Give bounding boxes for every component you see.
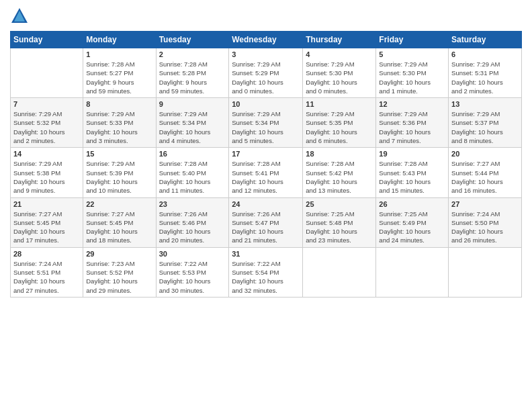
calendar-day-cell: 9Sunrise: 7:29 AM Sunset: 5:34 PM Daylig… xyxy=(156,98,229,148)
day-info: Sunrise: 7:28 AM Sunset: 5:41 PM Dayligh… xyxy=(232,159,300,195)
calendar-day-cell: 2Sunrise: 7:28 AM Sunset: 5:28 PM Daylig… xyxy=(156,48,229,98)
day-info: Sunrise: 7:28 AM Sunset: 5:40 PM Dayligh… xyxy=(159,159,226,195)
day-info: Sunrise: 7:29 AM Sunset: 5:34 PM Dayligh… xyxy=(232,109,300,145)
calendar-day-cell: 21Sunrise: 7:27 AM Sunset: 5:45 PM Dayli… xyxy=(11,197,83,247)
day-of-week-header: Tuesday xyxy=(156,32,229,48)
calendar-day-cell: 31Sunrise: 7:22 AM Sunset: 5:54 PM Dayli… xyxy=(229,247,303,297)
calendar-day-cell: 13Sunrise: 7:29 AM Sunset: 5:37 PM Dayli… xyxy=(449,98,522,148)
day-of-week-header: Thursday xyxy=(303,32,376,48)
day-number: 8 xyxy=(86,100,152,108)
day-number: 7 xyxy=(13,100,80,108)
logo xyxy=(10,7,30,26)
day-number: 22 xyxy=(86,200,152,208)
calendar-day-cell: 30Sunrise: 7:22 AM Sunset: 5:53 PM Dayli… xyxy=(156,247,229,297)
day-number: 6 xyxy=(451,50,519,58)
day-info: Sunrise: 7:22 AM Sunset: 5:53 PM Dayligh… xyxy=(159,259,226,295)
day-info: Sunrise: 7:29 AM Sunset: 5:34 PM Dayligh… xyxy=(159,109,226,145)
day-of-week-header: Monday xyxy=(83,32,156,48)
calendar-day-cell: 5Sunrise: 7:29 AM Sunset: 5:30 PM Daylig… xyxy=(376,48,449,98)
day-number: 28 xyxy=(13,250,80,258)
day-number: 2 xyxy=(159,50,226,58)
day-info: Sunrise: 7:23 AM Sunset: 5:52 PM Dayligh… xyxy=(86,259,152,295)
calendar-day-cell xyxy=(449,247,522,297)
day-number: 4 xyxy=(306,50,373,58)
day-info: Sunrise: 7:27 AM Sunset: 5:45 PM Dayligh… xyxy=(86,210,152,245)
day-number: 26 xyxy=(379,200,445,208)
calendar-day-cell: 15Sunrise: 7:29 AM Sunset: 5:39 PM Dayli… xyxy=(83,148,156,197)
day-number: 3 xyxy=(232,50,300,58)
day-number: 1 xyxy=(86,50,152,58)
day-number: 12 xyxy=(379,100,445,108)
calendar-week-row: 28Sunrise: 7:24 AM Sunset: 5:51 PM Dayli… xyxy=(11,247,522,297)
day-of-week-header: Wednesday xyxy=(229,32,303,48)
day-info: Sunrise: 7:29 AM Sunset: 5:33 PM Dayligh… xyxy=(86,109,152,145)
day-info: Sunrise: 7:26 AM Sunset: 5:46 PM Dayligh… xyxy=(159,210,226,245)
calendar-week-row: 14Sunrise: 7:29 AM Sunset: 5:38 PM Dayli… xyxy=(11,148,522,197)
calendar-day-cell: 16Sunrise: 7:28 AM Sunset: 5:40 PM Dayli… xyxy=(156,148,229,197)
day-number: 25 xyxy=(306,200,373,208)
day-number: 19 xyxy=(379,150,445,158)
day-number: 11 xyxy=(306,100,373,108)
calendar-week-row: 21Sunrise: 7:27 AM Sunset: 5:45 PM Dayli… xyxy=(11,197,522,247)
calendar-day-cell: 1Sunrise: 7:28 AM Sunset: 5:27 PM Daylig… xyxy=(83,48,156,98)
calendar-day-cell: 29Sunrise: 7:23 AM Sunset: 5:52 PM Dayli… xyxy=(83,247,156,297)
day-info: Sunrise: 7:29 AM Sunset: 5:37 PM Dayligh… xyxy=(451,109,519,145)
day-number: 27 xyxy=(451,200,519,208)
day-of-week-header: Friday xyxy=(376,32,449,48)
day-info: Sunrise: 7:25 AM Sunset: 5:49 PM Dayligh… xyxy=(379,210,445,245)
calendar-day-cell: 18Sunrise: 7:28 AM Sunset: 5:42 PM Dayli… xyxy=(303,148,376,197)
calendar-day-cell: 12Sunrise: 7:29 AM Sunset: 5:36 PM Dayli… xyxy=(376,98,449,148)
calendar-day-cell: 6Sunrise: 7:29 AM Sunset: 5:31 PM Daylig… xyxy=(449,48,522,98)
day-info: Sunrise: 7:24 AM Sunset: 5:50 PM Dayligh… xyxy=(451,210,519,245)
calendar-day-cell: 27Sunrise: 7:24 AM Sunset: 5:50 PM Dayli… xyxy=(449,197,522,247)
day-number: 24 xyxy=(232,200,300,208)
calendar-day-cell: 28Sunrise: 7:24 AM Sunset: 5:51 PM Dayli… xyxy=(11,247,83,297)
day-info: Sunrise: 7:27 AM Sunset: 5:45 PM Dayligh… xyxy=(13,210,80,245)
calendar-day-cell xyxy=(376,247,449,297)
calendar-day-cell: 3Sunrise: 7:29 AM Sunset: 5:29 PM Daylig… xyxy=(229,48,303,98)
day-info: Sunrise: 7:29 AM Sunset: 5:30 PM Dayligh… xyxy=(306,60,373,95)
day-info: Sunrise: 7:29 AM Sunset: 5:31 PM Dayligh… xyxy=(451,60,519,95)
calendar-day-cell: 19Sunrise: 7:28 AM Sunset: 5:43 PM Dayli… xyxy=(376,148,449,197)
calendar-day-cell xyxy=(303,247,376,297)
calendar-day-cell xyxy=(11,48,83,98)
day-number: 5 xyxy=(379,50,445,58)
day-info: Sunrise: 7:29 AM Sunset: 5:39 PM Dayligh… xyxy=(86,159,152,195)
calendar-day-cell: 10Sunrise: 7:29 AM Sunset: 5:34 PM Dayli… xyxy=(229,98,303,148)
calendar-day-cell: 22Sunrise: 7:27 AM Sunset: 5:45 PM Dayli… xyxy=(83,197,156,247)
day-number: 29 xyxy=(86,250,152,258)
calendar-day-cell: 8Sunrise: 7:29 AM Sunset: 5:33 PM Daylig… xyxy=(83,98,156,148)
day-number: 16 xyxy=(159,150,226,158)
page-header xyxy=(10,7,522,26)
logo-icon xyxy=(10,7,29,26)
day-number: 15 xyxy=(86,150,152,158)
page-container: SundayMondayTuesdayWednesdayThursdayFrid… xyxy=(0,0,532,304)
day-info: Sunrise: 7:28 AM Sunset: 5:42 PM Dayligh… xyxy=(306,159,373,195)
calendar-day-cell: 14Sunrise: 7:29 AM Sunset: 5:38 PM Dayli… xyxy=(11,148,83,197)
day-of-week-header: Sunday xyxy=(11,32,83,48)
day-info: Sunrise: 7:22 AM Sunset: 5:54 PM Dayligh… xyxy=(232,259,300,295)
day-number: 17 xyxy=(232,150,300,158)
day-number: 18 xyxy=(306,150,373,158)
calendar-header-row: SundayMondayTuesdayWednesdayThursdayFrid… xyxy=(11,32,522,48)
day-info: Sunrise: 7:29 AM Sunset: 5:35 PM Dayligh… xyxy=(306,109,373,145)
day-number: 14 xyxy=(13,150,80,158)
day-number: 21 xyxy=(13,200,80,208)
day-info: Sunrise: 7:28 AM Sunset: 5:43 PM Dayligh… xyxy=(379,159,445,195)
calendar-day-cell: 7Sunrise: 7:29 AM Sunset: 5:32 PM Daylig… xyxy=(11,98,83,148)
day-info: Sunrise: 7:28 AM Sunset: 5:27 PM Dayligh… xyxy=(86,60,152,95)
calendar-week-row: 1Sunrise: 7:28 AM Sunset: 5:27 PM Daylig… xyxy=(11,48,522,98)
day-info: Sunrise: 7:27 AM Sunset: 5:44 PM Dayligh… xyxy=(451,159,519,195)
day-number: 30 xyxy=(159,250,226,258)
day-info: Sunrise: 7:28 AM Sunset: 5:28 PM Dayligh… xyxy=(159,60,226,95)
day-info: Sunrise: 7:26 AM Sunset: 5:47 PM Dayligh… xyxy=(232,210,300,245)
day-info: Sunrise: 7:29 AM Sunset: 5:32 PM Dayligh… xyxy=(13,109,80,145)
calendar-week-row: 7Sunrise: 7:29 AM Sunset: 5:32 PM Daylig… xyxy=(11,98,522,148)
day-number: 31 xyxy=(232,250,300,258)
calendar-day-cell: 20Sunrise: 7:27 AM Sunset: 5:44 PM Dayli… xyxy=(449,148,522,197)
calendar-day-cell: 24Sunrise: 7:26 AM Sunset: 5:47 PM Dayli… xyxy=(229,197,303,247)
day-info: Sunrise: 7:29 AM Sunset: 5:30 PM Dayligh… xyxy=(379,60,445,95)
day-info: Sunrise: 7:24 AM Sunset: 5:51 PM Dayligh… xyxy=(13,259,80,295)
day-info: Sunrise: 7:25 AM Sunset: 5:48 PM Dayligh… xyxy=(306,210,373,245)
day-number: 9 xyxy=(159,100,226,108)
